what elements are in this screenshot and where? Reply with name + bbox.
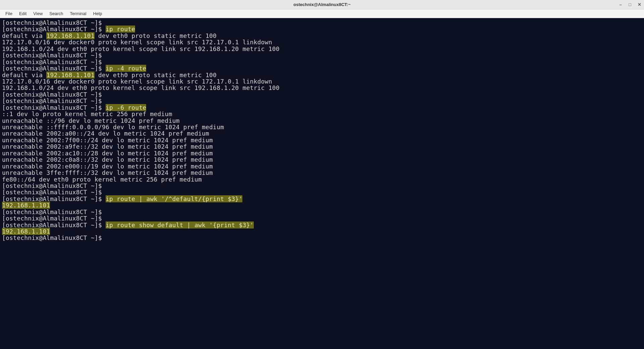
gateway-ip: 192.168.1.101 (2, 228, 50, 235)
close-icon[interactable]: ✕ (637, 3, 641, 7)
prompt: [ostechnix@Almalinux8CT ~]$ (2, 91, 106, 98)
output-text: unreachable 2002:ac10::/28 dev lo metric… (2, 150, 213, 157)
output-text: unreachable ::ffff:0.0.0.0/96 dev lo met… (2, 123, 224, 131)
output-text: 192.168.1.0/24 dev eth0 proto kernel sco… (2, 45, 280, 52)
prompt: [ostechnix@Almalinux8CT ~]$ (2, 26, 106, 33)
output-text: default via (2, 32, 46, 39)
window-controls: – □ ✕ (619, 3, 641, 7)
output-text: 192.168.1.0/24 dev eth0 proto kernel sco… (2, 84, 280, 91)
command-text: ip -6 route (106, 104, 146, 111)
prompt: [ostechnix@Almalinux8CT ~]$ (2, 208, 106, 215)
minimize-icon[interactable]: – (619, 3, 623, 7)
menu-terminal[interactable]: Terminal (67, 10, 90, 17)
menubar: File Edit View Search Terminal Help (0, 9, 644, 18)
prompt: [ostechnix@Almalinux8CT ~]$ (2, 189, 106, 196)
menu-search[interactable]: Search (46, 10, 66, 17)
prompt: [ostechnix@Almalinux8CT ~]$ (2, 215, 106, 222)
output-text: dev eth0 proto static metric 100 (95, 32, 217, 39)
output-text: default via (2, 71, 46, 79)
output-text: unreachable 2002:a9fe::/32 dev lo metric… (2, 143, 213, 150)
menu-help[interactable]: Help (90, 10, 106, 17)
prompt: [ostechnix@Almalinux8CT ~]$ (2, 221, 106, 229)
menu-edit[interactable]: Edit (16, 10, 30, 17)
command-text: ip route (106, 26, 135, 33)
output-text: unreachable 3ffe:ffff::/32 dev lo metric… (2, 169, 213, 176)
window-title: ostechnix@Almalinux8CT:~ (293, 2, 351, 7)
output-text: unreachable 2002:a00::/24 dev lo metric … (2, 130, 209, 137)
prompt: [ostechnix@Almalinux8CT ~]$ (2, 65, 106, 72)
output-text: unreachable ::/96 dev lo metric 1024 pre… (2, 117, 180, 124)
titlebar: ostechnix@Almalinux8CT:~ – □ ✕ (0, 0, 644, 9)
terminal-output[interactable]: [ostechnix@Almalinux8CT ~]$ [ostechnix@A… (0, 18, 644, 349)
command-text: ip -4 route (106, 65, 146, 72)
output-text: unreachable 2002:7f00::/24 dev lo metric… (2, 137, 213, 144)
maximize-icon[interactable]: □ (628, 3, 632, 7)
output-text: fe80::/64 dev eth0 proto kernel metric 2… (2, 176, 202, 183)
gateway-ip: 192.168.1.101 (46, 71, 94, 79)
menu-file[interactable]: File (2, 10, 16, 17)
prompt: [ostechnix@Almalinux8CT ~]$ (2, 234, 106, 241)
prompt: [ostechnix@Almalinux8CT ~]$ (2, 182, 106, 189)
command-text: ip route | awk '/^default/{print $3}' (106, 195, 242, 202)
command-text: ip route show default | awk '{print $3}' (106, 221, 253, 229)
prompt: [ostechnix@Almalinux8CT ~]$ (2, 104, 106, 111)
output-text: ::1 dev lo proto kernel metric 256 pref … (2, 110, 172, 117)
output-text: unreachable 2002:e000::/19 dev lo metric… (2, 163, 213, 170)
gateway-ip: 192.168.1.101 (2, 202, 50, 209)
output-text: unreachable 2002:c0a8::/32 dev lo metric… (2, 156, 213, 163)
output-text: 172.17.0.0/16 dev docker0 proto kernel s… (2, 39, 272, 46)
prompt: [ostechnix@Almalinux8CT ~]$ (2, 58, 106, 65)
menu-view[interactable]: View (30, 10, 46, 17)
prompt: [ostechnix@Almalinux8CT ~]$ (2, 52, 106, 59)
prompt: [ostechnix@Almalinux8CT ~]$ (2, 97, 106, 104)
prompt: [ostechnix@Almalinux8CT ~]$ (2, 19, 106, 26)
output-text: 172.17.0.0/16 dev docker0 proto kernel s… (2, 78, 272, 85)
gateway-ip: 192.168.1.101 (46, 32, 94, 39)
prompt: [ostechnix@Almalinux8CT ~]$ (2, 195, 106, 202)
output-text: dev eth0 proto static metric 100 (95, 71, 217, 79)
